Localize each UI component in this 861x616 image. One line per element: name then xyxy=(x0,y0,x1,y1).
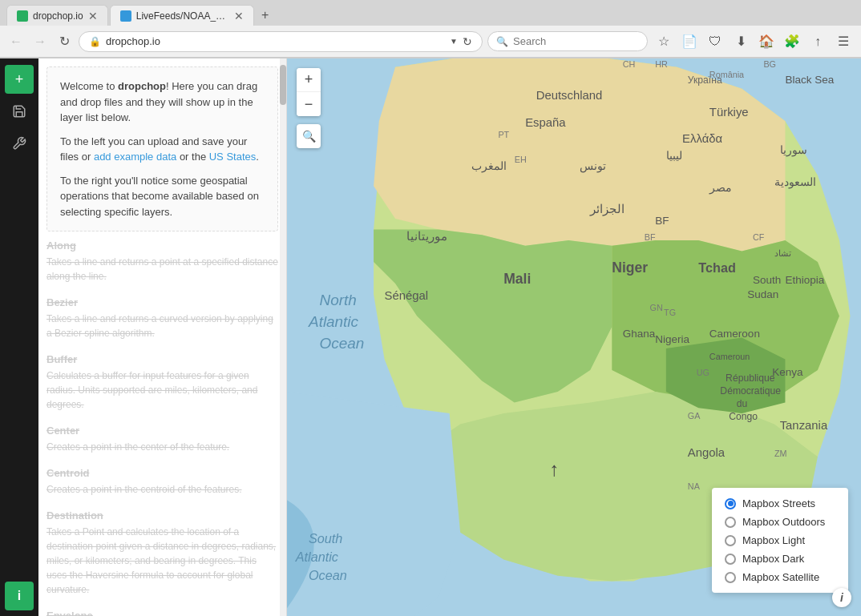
list-item[interactable]: DestinationTakes a Point and calculates … xyxy=(46,509,278,597)
svg-text:Ocean: Ocean xyxy=(320,335,365,352)
svg-text:↑: ↑ xyxy=(549,458,559,480)
scrollbar-thumb[interactable] xyxy=(280,65,286,105)
layer-option[interactable]: Mapbox Satellite xyxy=(725,571,835,583)
operation-desc: Takes a Point and calculates the locatio… xyxy=(46,525,278,597)
list-item[interactable]: CenterCreates a point in the center of t… xyxy=(46,425,278,454)
svg-text:Black Sea: Black Sea xyxy=(785,74,834,86)
bookmark-icon[interactable]: ☆ xyxy=(653,30,675,53)
tab-label-2: LiveFeeds/NOAA_storm_re... xyxy=(136,10,229,22)
svg-text:مصر: مصر xyxy=(709,182,732,195)
svg-text:Démocratique: Démocratique xyxy=(720,385,781,397)
svg-text:GA: GA xyxy=(688,411,701,421)
shield-icon[interactable]: 🛡 xyxy=(704,30,726,53)
operation-desc: Takes a line and returns a point at a sp… xyxy=(46,255,278,284)
radio-button[interactable] xyxy=(725,535,736,546)
svg-text:PT: PT xyxy=(498,130,509,139)
radio-button[interactable] xyxy=(725,572,736,583)
svg-text:Angola: Angola xyxy=(688,446,726,459)
info-text-1: Welcome to dropchop! Here you can drag a… xyxy=(60,79,265,126)
svg-text:Tanzania: Tanzania xyxy=(780,419,828,432)
reload-button[interactable]: ↻ xyxy=(55,32,74,51)
svg-text:Ethiopia: Ethiopia xyxy=(785,274,824,286)
zoom-out-button[interactable]: − xyxy=(297,92,321,116)
address-reload-icon[interactable]: ↻ xyxy=(463,35,472,48)
address-text: dropchop.io xyxy=(106,35,445,47)
search-bar[interactable]: 🔍 xyxy=(487,31,648,51)
layer-option[interactable]: Mapbox Outdoors xyxy=(725,516,835,528)
back-button[interactable]: ← xyxy=(6,32,26,51)
list-item[interactable]: BufferCalculates a buffer for input feat… xyxy=(46,353,278,412)
list-item[interactable]: EnvelopeTakes any number of features and… xyxy=(46,610,278,616)
radio-button[interactable] xyxy=(725,517,736,528)
address-bar[interactable]: 🔒 dropchop.io ▼ ↻ xyxy=(79,31,483,52)
search-icon: 🔍 xyxy=(496,36,508,47)
tools-button[interactable] xyxy=(5,129,34,158)
operation-desc: Calculates a buffer for input features f… xyxy=(46,368,278,412)
info-box: Welcome to dropchop! Here you can drag a… xyxy=(46,66,278,232)
add-example-link[interactable]: add example data xyxy=(94,151,176,163)
svg-text:TG: TG xyxy=(664,308,676,317)
save-button[interactable] xyxy=(5,97,34,126)
vertical-scrollbar[interactable] xyxy=(280,58,286,616)
operation-name: Center xyxy=(46,425,278,437)
add-layer-button[interactable]: + xyxy=(5,65,34,94)
svg-text:Ghana: Ghana xyxy=(623,328,656,340)
svg-text:سوريا: سوريا xyxy=(780,144,807,157)
zoom-in-button[interactable]: + xyxy=(297,68,321,92)
tab-livefeeds[interactable]: LiveFeeds/NOAA_storm_re... ✕ xyxy=(110,5,254,26)
svg-text:EH: EH xyxy=(515,155,527,164)
list-item[interactable]: BezierTakes a line and returns a curved … xyxy=(46,296,278,340)
tab-close-2[interactable]: ✕ xyxy=(234,10,244,22)
list-item[interactable]: AlongTakes a line and returns a point at… xyxy=(46,240,278,284)
home-icon[interactable]: 🏠 xyxy=(755,30,778,53)
info-text-3: To the right you'll notice some geospati… xyxy=(60,173,265,220)
middle-panel: Welcome to dropchop! Here you can drag a… xyxy=(38,58,287,616)
svg-text:CF: CF xyxy=(753,232,765,242)
tab-close-1[interactable]: ✕ xyxy=(88,10,98,22)
layer-option[interactable]: Mapbox Streets xyxy=(725,497,835,509)
svg-text:Sénégal: Sénégal xyxy=(385,289,429,302)
layer-option[interactable]: Mapbox Light xyxy=(725,534,835,546)
svg-text:BG: BG xyxy=(763,59,776,69)
svg-text:BF: BF xyxy=(655,215,669,227)
new-tab-button[interactable]: + xyxy=(256,6,275,25)
svg-text:Atlantic: Atlantic xyxy=(295,550,338,564)
operations-list[interactable]: AlongTakes a line and returns a point at… xyxy=(38,240,286,616)
layer-option[interactable]: Mapbox Dark xyxy=(725,553,835,565)
map-zoom-controls[interactable]: + − xyxy=(297,68,321,116)
svg-text:Kenya: Kenya xyxy=(772,366,803,378)
info-intro: Welcome to xyxy=(60,80,118,92)
us-states-link[interactable]: US States xyxy=(209,151,257,163)
reader-icon[interactable]: 📄 xyxy=(678,30,701,53)
svg-text:ZM: ZM xyxy=(774,449,787,458)
radio-button[interactable] xyxy=(725,554,736,565)
list-item[interactable]: CentroidCreates a point in the centroid … xyxy=(46,467,278,497)
info-button[interactable]: i xyxy=(5,582,34,610)
search-input[interactable] xyxy=(513,35,648,47)
svg-text:BF: BF xyxy=(645,232,656,242)
operation-desc: Creates a point in the center of the fea… xyxy=(46,440,278,454)
operation-name: Centroid xyxy=(46,467,278,479)
operation-name: Along xyxy=(46,240,278,252)
map-search-button[interactable]: 🔍 xyxy=(297,124,321,148)
menu-icon[interactable]: ☰ xyxy=(832,30,855,53)
svg-text:North: North xyxy=(320,292,357,308)
operation-name: Bezier xyxy=(46,296,278,308)
operation-name: Buffer xyxy=(46,353,278,365)
radio-button[interactable] xyxy=(725,498,736,509)
layer-label: Mapbox Light xyxy=(742,534,805,546)
app-container: + i Welcome to dropchop! Here you can dr… xyxy=(0,58,861,616)
svg-text:Türkiye: Türkiye xyxy=(709,106,749,119)
layer-label: Mapbox Satellite xyxy=(742,571,819,583)
svg-text:Cameroun: Cameroun xyxy=(709,352,750,361)
map-info-button[interactable]: i xyxy=(832,588,851,607)
share-icon[interactable]: ↑ xyxy=(806,30,829,53)
svg-text:Deutschland: Deutschland xyxy=(536,89,603,102)
svg-text:Niger: Niger xyxy=(612,260,648,276)
svg-text:Congo: Congo xyxy=(729,411,758,422)
svg-text:Ocean: Ocean xyxy=(309,568,347,582)
download-icon[interactable]: ⬇ xyxy=(730,30,752,53)
extensions-icon[interactable]: 🧩 xyxy=(781,30,803,53)
tab-dropchop[interactable]: dropchop.io ✕ xyxy=(6,5,108,26)
forward-button[interactable]: → xyxy=(30,32,50,51)
